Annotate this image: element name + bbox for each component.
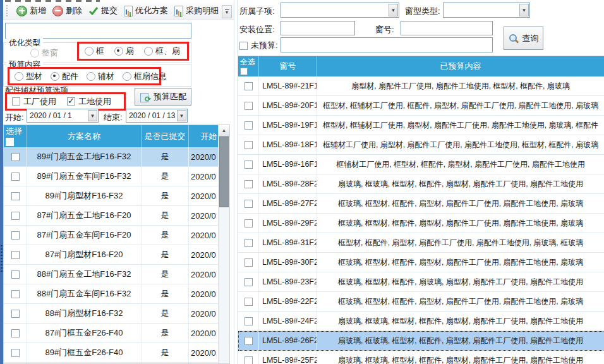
budget-match-button[interactable]: 预算匹配 — [135, 88, 191, 106]
row-checkbox[interactable] — [11, 153, 20, 161]
window-table-row[interactable]: LM5L-89#-20F18 框型材, 框辅材工厂使用, 框配件, 扇型材, 扇… — [238, 96, 604, 116]
window-table-row[interactable]: LM5L-89#-31F29 框型材, 框配件, 扇型材, 扇配件工厂使用, 扇… — [238, 233, 604, 253]
window-type-dropdown-icon[interactable]: ▼ — [519, 4, 529, 16]
plan-table-row[interactable]: 88#门扇五金工地F16-F32 是 2020/0 — [4, 265, 229, 284]
radio-frame[interactable]: 框 — [85, 46, 104, 57]
row-checkbox[interactable] — [11, 212, 20, 220]
row-checkbox[interactable] — [11, 310, 20, 318]
report-doc-icon — [124, 6, 133, 16]
radio-frame-sash[interactable]: 框、扇 — [144, 46, 180, 57]
select-all-checkbox[interactable] — [6, 138, 14, 146]
plan-table-row[interactable]: 88#门扇五金车间F16-F32 是 2020/0 — [4, 284, 229, 304]
toolbar-overflow-button[interactable]: ▾ — [222, 5, 232, 18]
plan-table-row[interactable]: 87#门框五金F26-F40 是 2020/0 — [4, 324, 229, 343]
row-checkbox[interactable] — [11, 290, 20, 298]
add-button[interactable]: 新增 — [13, 4, 49, 18]
radio-label: 配件 — [62, 71, 78, 82]
plan-table-row[interactable]: 89#门扇五金工地F16-F32 是 2020/0 — [4, 147, 229, 167]
row-checkbox[interactable] — [245, 200, 253, 208]
row-checkbox[interactable] — [245, 258, 253, 267]
scrollbar-thumb[interactable] — [219, 136, 229, 207]
window-table-row[interactable]: LM5L-89#-27F25 框玻璃, 框型材, 框配件, 扇型材, 扇配件工厂… — [238, 194, 604, 214]
sub-item-dropdown-icon[interactable]: ▼ — [389, 4, 398, 16]
plan-filter-input[interactable] — [5, 23, 191, 39]
radio-profile[interactable]: 型材 — [15, 71, 42, 82]
plan-table-row[interactable]: 89#门扇五金车间F16-F32 是 2020/0 — [4, 167, 229, 186]
plan-table-row[interactable]: 89#门框五金F26-F40 是 2020/0 — [4, 343, 229, 363]
plan-table-row[interactable]: 89#门扇型材F16-F32 是 2020/0 — [4, 186, 229, 206]
window-table-row[interactable]: LM5L-89#-24F22 扇玻璃, 框玻璃, 框型材, 框配件, 扇型材, … — [238, 312, 604, 331]
row-checkbox[interactable] — [11, 192, 20, 200]
window-table-row[interactable]: LM5L-89#-26F24 扇玻璃, 框玻璃, 框型材, 框配件, 扇型材, … — [238, 331, 604, 351]
row-checkbox[interactable] — [245, 180, 253, 188]
row-checkbox[interactable] — [245, 121, 253, 130]
plan-table-row[interactable]: 87#门扇型材F16-F20 是 2020/0 — [4, 245, 229, 265]
date-start-picker[interactable]: 2020 / 01 / 1 ▼ — [27, 109, 99, 123]
window-table-row[interactable]: LM5L-89#-22F20 框玻璃, 框型材, 框配件, 扇型材, 扇配件工厂… — [238, 292, 604, 312]
window-no-cell: LM5L-89#-23F21 — [259, 272, 317, 291]
plan-table-row[interactable]: 87#门扇五金车间F16-F20 是 2020/0 — [4, 226, 229, 245]
window-table-row[interactable]: LM5L-89#-25F23 扇玻璃, 框玻璃, 框型材, 框配件, 扇型材, … — [238, 351, 604, 364]
row-checkbox[interactable] — [245, 239, 253, 247]
radio-accessory[interactable]: 配件 — [51, 71, 78, 82]
splitter-grip[interactable] — [1, 245, 3, 272]
radio-sash[interactable]: 扇 — [114, 46, 134, 57]
submitted-column-header[interactable]: 是否已提交 — [142, 125, 189, 147]
window-table-row[interactable]: LM5L-89#-21F19 扇型材, 扇配件工厂使用, 扇配件工地使用, 框型… — [238, 76, 604, 96]
sub-item-combo[interactable]: ▼ — [281, 3, 399, 18]
window-table-row[interactable]: LM5L-89#-18F16 框辅材工厂使用, 扇型材, 扇配件工厂使用, 扇配… — [238, 135, 604, 155]
row-checkbox[interactable] — [245, 161, 253, 169]
optimization-plan-button[interactable]: 优化方案 — [121, 4, 171, 18]
row-checkbox[interactable] — [245, 82, 253, 90]
usage-checkbox[interactable]: 工地使用 — [67, 96, 111, 107]
date-start-dropdown-icon[interactable]: ▼ — [88, 110, 97, 121]
plan-table-row[interactable]: 87#门扇五金工地F16-F20 是 2020/0 — [4, 206, 229, 226]
window-table-row[interactable]: LM5L-89#-29F27 框玻璃, 框型材, 框配件, 扇型材, 扇配件工厂… — [238, 214, 604, 233]
window-table-row[interactable]: LM5L-89#-19F17 框型材, 框辅材工厂使用, 扇型材, 扇配件工厂使… — [238, 116, 604, 135]
scrollbar-up-arrow[interactable]: ▲ — [219, 125, 229, 136]
row-checkbox[interactable] — [11, 231, 20, 240]
window-table-row[interactable]: LM5L-89#-30F28 框玻璃, 框型材, 框配件, 扇型材, 扇配件工厂… — [238, 253, 604, 272]
row-checkbox[interactable] — [11, 173, 20, 181]
date-end-picker[interactable]: 2020 / 01 / 13 ▼ — [126, 109, 188, 123]
row-checkbox[interactable] — [245, 356, 253, 364]
row-checkbox[interactable] — [245, 141, 253, 149]
window-no-input[interactable] — [401, 21, 493, 35]
row-checkbox[interactable] — [11, 270, 20, 279]
plan-table-row[interactable]: 88#门扇型材F16-F32 是 2020/0 — [4, 304, 229, 324]
row-checkbox[interactable] — [245, 298, 253, 306]
opt-type-radio-whole[interactable]: 整窗 — [30, 47, 58, 59]
no-budget-input[interactable] — [281, 37, 493, 52]
radio-whole-window[interactable]: 整窗 — [30, 47, 58, 59]
radio-frame-sash-info[interactable]: 框扇信息 — [123, 71, 167, 82]
radio-auxiliary[interactable]: 辅材 — [87, 71, 114, 82]
window-table-row[interactable]: LM5L-89#-28F26 扇玻璃, 框玻璃, 框型材, 框配件, 扇型材, … — [238, 174, 604, 194]
install-position-input[interactable] — [281, 21, 355, 35]
budgeted-content-column-header[interactable]: 已预算内容 — [317, 56, 604, 76]
plans-table-scrollbar[interactable]: ▲ — [218, 125, 229, 363]
window-table-row[interactable]: LM5L-89#-23F21 框玻璃, 框型材, 框配件, 扇玻璃, 扇型材, … — [238, 272, 604, 292]
no-budget-checkbox[interactable]: 未预算: — [239, 40, 278, 51]
toolbar-grip[interactable] — [6, 5, 9, 16]
submit-button[interactable]: 提交 — [85, 4, 121, 18]
row-checkbox[interactable] — [245, 317, 253, 325]
window-table-row[interactable]: LM5L-89#-16F15 框辅材工厂使用, 框型材, 框配件, 扇型材, 扇… — [238, 155, 604, 174]
purchase-detail-button[interactable]: 采购明细 ▾ — [171, 4, 229, 18]
row-checkbox[interactable] — [11, 349, 20, 357]
window-type-combo[interactable]: ▼ — [443, 3, 530, 18]
row-checkbox[interactable] — [245, 278, 253, 286]
row-checkbox[interactable] — [245, 102, 253, 110]
delete-button[interactable]: 删除 — [49, 4, 85, 18]
pane-splitter[interactable] — [234, 0, 234, 364]
row-checkbox[interactable] — [11, 251, 20, 259]
row-checkbox[interactable] — [245, 219, 253, 228]
date-end-dropdown-icon[interactable]: ▼ — [177, 110, 186, 121]
plan-name-column-header[interactable]: 方案名称 — [27, 125, 142, 147]
row-checkbox[interactable] — [245, 337, 253, 345]
row-checkbox[interactable] — [11, 329, 20, 337]
usage-checkbox[interactable]: 工厂使用 — [12, 96, 56, 107]
query-button[interactable]: 查询 — [504, 27, 543, 50]
magnifier-icon — [509, 33, 519, 44]
select-all-checkbox[interactable] — [240, 68, 248, 75]
window-no-column-header[interactable]: 窗号 — [259, 56, 317, 76]
